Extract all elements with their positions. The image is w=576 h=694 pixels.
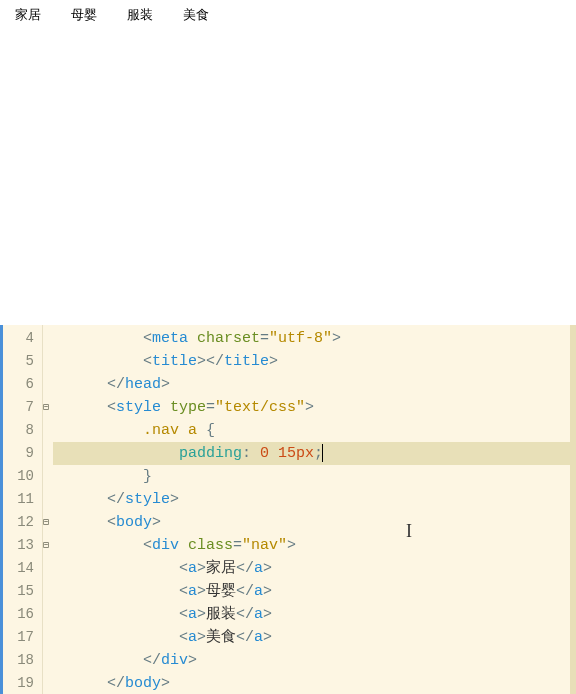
code-line[interactable]: <a>母婴</a> [53, 580, 576, 603]
code-line[interactable]: <style type="text/css"> [53, 396, 576, 419]
fold-marker[interactable]: ⊟ [43, 396, 53, 419]
code-line[interactable]: <div class="nav"> [53, 534, 576, 557]
token-punct: </ [143, 652, 161, 669]
token-punct: </ [236, 629, 254, 646]
token-text [179, 537, 188, 554]
line-number: 13 [3, 534, 42, 557]
token-tag: a [188, 629, 197, 646]
token-text [188, 330, 197, 347]
code-editor[interactable]: 45678910111213141516171819 ⊟⊟⊟ <meta cha… [0, 325, 576, 694]
token-punct: } [143, 468, 152, 485]
token-text: 家居 [206, 560, 236, 577]
line-number: 10 [3, 465, 42, 488]
token-tag: head [125, 376, 161, 393]
token-punct: = [206, 399, 215, 416]
line-number: 14 [3, 557, 42, 580]
fold-marker [43, 419, 53, 442]
fold-marker [43, 649, 53, 672]
token-punct: < [143, 353, 152, 370]
line-number: 11 [3, 488, 42, 511]
token-punct: > [269, 353, 278, 370]
token-punct: > [263, 583, 272, 600]
token-punct: > [197, 629, 206, 646]
code-line[interactable]: <a>服装</a> [53, 603, 576, 626]
token-attr: class [188, 537, 233, 554]
line-number: 6 [3, 373, 42, 396]
nav-link-home[interactable]: 家居 [0, 6, 56, 24]
token-punct: : [242, 445, 260, 462]
fold-marker[interactable]: ⊟ [43, 511, 53, 534]
token-text: 母婴 [206, 583, 236, 600]
fold-marker [43, 557, 53, 580]
token-tag: title [152, 353, 197, 370]
line-number: 8 [3, 419, 42, 442]
token-sel: .nav a [143, 422, 206, 439]
line-number: 18 [3, 649, 42, 672]
fold-marker [43, 442, 53, 465]
fold-marker [43, 488, 53, 511]
scrollbar-track[interactable] [570, 325, 576, 694]
code-line[interactable]: padding: 0 15px; [53, 442, 576, 465]
token-punct: > [161, 675, 170, 692]
code-line[interactable]: </div> [53, 649, 576, 672]
nav-link-clothing[interactable]: 服装 [112, 6, 168, 24]
fold-column: ⊟⊟⊟ [43, 325, 53, 694]
code-line[interactable]: <title></title> [53, 350, 576, 373]
code-line[interactable]: </body> [53, 672, 576, 694]
fold-marker[interactable]: ⊟ [43, 534, 53, 557]
nav-link-baby[interactable]: 母婴 [56, 6, 112, 24]
token-punct: < [107, 399, 116, 416]
token-punct: = [260, 330, 269, 347]
token-punct: </ [107, 675, 125, 692]
code-line[interactable]: </style> [53, 488, 576, 511]
token-str: "utf-8" [269, 330, 332, 347]
token-text [269, 445, 278, 462]
token-punct: < [179, 629, 188, 646]
fold-marker [43, 580, 53, 603]
token-tag: div [152, 537, 179, 554]
token-tag: a [254, 629, 263, 646]
code-area[interactable]: <meta charset="utf-8"> <title></title> <… [53, 325, 576, 694]
token-punct: </ [107, 491, 125, 508]
token-punct: > [197, 583, 206, 600]
line-number: 16 [3, 603, 42, 626]
line-number: 9 [3, 442, 42, 465]
code-line[interactable]: </head> [53, 373, 576, 396]
token-punct: > [197, 606, 206, 623]
token-tag: style [116, 399, 161, 416]
token-text: 服装 [206, 606, 236, 623]
token-punct: </ [236, 583, 254, 600]
token-punct: </ [107, 376, 125, 393]
token-tag: body [125, 675, 161, 692]
code-line[interactable]: <a>美食</a> [53, 626, 576, 649]
code-line[interactable]: } [53, 465, 576, 488]
token-tag: style [125, 491, 170, 508]
token-str: "text/css" [215, 399, 305, 416]
token-tag: a [254, 583, 263, 600]
code-line[interactable]: <meta charset="utf-8"> [53, 327, 576, 350]
token-punct: > [170, 491, 179, 508]
fold-marker [43, 350, 53, 373]
fold-marker [43, 603, 53, 626]
token-punct: > [305, 399, 314, 416]
nav-link-food[interactable]: 美食 [168, 6, 224, 24]
fold-marker [43, 373, 53, 396]
token-punct: > [263, 606, 272, 623]
token-punct: < [179, 606, 188, 623]
token-tag: meta [152, 330, 188, 347]
code-line[interactable]: .nav a { [53, 419, 576, 442]
token-punct: > [197, 560, 206, 577]
browser-preview: 家居母婴服装美食 [0, 0, 576, 325]
token-tag: a [188, 606, 197, 623]
fold-marker [43, 327, 53, 350]
code-line[interactable]: <a>家居</a> [53, 557, 576, 580]
token-text: 美食 [206, 629, 236, 646]
line-number: 7 [3, 396, 42, 419]
token-punct: > [263, 560, 272, 577]
code-line[interactable]: <body> [53, 511, 576, 534]
token-punct: < [179, 560, 188, 577]
line-number-gutter: 45678910111213141516171819 [3, 325, 43, 694]
token-text [161, 399, 170, 416]
token-tag: a [254, 606, 263, 623]
token-punct: < [107, 514, 116, 531]
